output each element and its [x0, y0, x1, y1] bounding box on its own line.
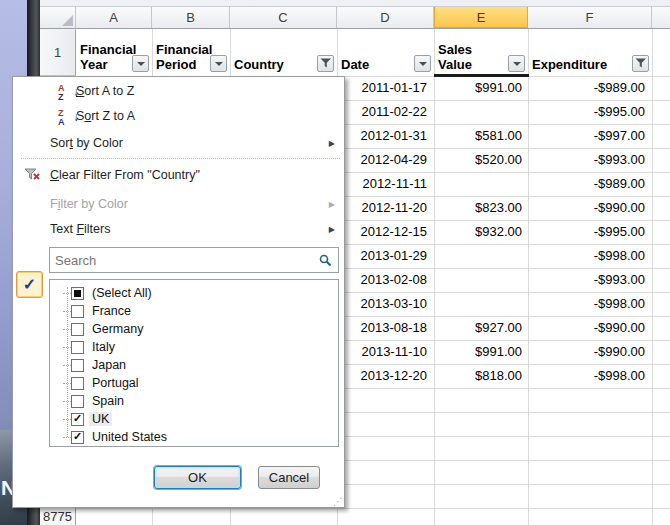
list-item-japan[interactable]: Japan	[54, 356, 336, 374]
header-cell-financial-period[interactable]: Financial Period	[152, 30, 230, 76]
menu-item-text-filters[interactable]: Text Filters ▶	[14, 217, 343, 241]
menu-resize-grip[interactable]: ⋰	[333, 497, 343, 507]
cell-date[interactable]: 2013-02-08	[337, 268, 434, 292]
select-all-checkbox-indeterminate[interactable]	[71, 287, 84, 300]
menu-item-label: Clear Filter From "Country"	[50, 168, 200, 182]
cell-date[interactable]: 2013-12-20	[337, 364, 434, 388]
search-magnifier-button[interactable]	[312, 254, 338, 267]
cell-sales[interactable]	[434, 292, 528, 316]
uk-checkbox-checked[interactable]: ✓	[71, 413, 84, 426]
header-cell-sales-value[interactable]: Sales Value	[434, 30, 528, 76]
cell-date[interactable]: 2013-08-18	[337, 316, 434, 340]
cell-date[interactable]: 2013-01-29	[337, 244, 434, 268]
menu-item-sort-by-color[interactable]: Sort by Color ▶	[14, 131, 343, 155]
cell-expenditure[interactable]: -$990.00	[528, 340, 652, 364]
list-item-select-all[interactable]: (Select All)	[54, 284, 336, 302]
menu-item-clear-filter[interactable]: Clear Filter From "Country"	[14, 163, 343, 187]
cell-date[interactable]: 2012-04-29	[337, 148, 434, 172]
menu-item-label: Sort by Color	[50, 136, 123, 150]
row-header-8775[interactable]: 8775	[40, 508, 76, 525]
cell-expenditure[interactable]: -$993.00	[528, 148, 652, 172]
cell-expenditure[interactable]: -$990.00	[528, 316, 652, 340]
search-input[interactable]	[50, 253, 312, 268]
france-checkbox-unchecked[interactable]	[71, 305, 84, 318]
clear-filter-icon	[19, 165, 45, 185]
cell-expenditure[interactable]: -$995.00	[528, 220, 652, 244]
germany-checkbox-unchecked[interactable]	[71, 323, 84, 336]
menu-item-filter-by-color[interactable]: Filter by Color ▶	[14, 192, 343, 216]
column-header-a[interactable]: A	[76, 7, 152, 28]
expenditure-filter-funnel-button[interactable]	[632, 55, 649, 72]
column-header-c[interactable]: C	[230, 7, 337, 28]
cell-expenditure[interactable]: -$990.00	[528, 196, 652, 220]
cell-sales[interactable]	[434, 244, 528, 268]
column-header-b[interactable]: B	[152, 7, 230, 28]
list-item-france[interactable]: France	[54, 302, 336, 320]
cell-sales[interactable]: $927.00	[434, 316, 528, 340]
cell-sales[interactable]: $932.00	[434, 220, 528, 244]
financial-period-filter-dropdown-button[interactable]	[210, 55, 227, 72]
column-header-e-selected[interactable]: E	[434, 7, 528, 28]
list-item-portugal[interactable]: Portugal	[54, 374, 336, 392]
financial-year-filter-dropdown-button[interactable]	[132, 55, 149, 72]
column-header-g-sliver[interactable]	[652, 7, 670, 28]
cell-expenditure[interactable]: -$998.00	[528, 364, 652, 388]
list-item-united-states[interactable]: ✓ United States	[54, 428, 336, 446]
confirm-check-button[interactable]: ✓	[16, 271, 43, 298]
menu-item-sort-z-to-a[interactable]: Z A ↓ Sort Z to A	[14, 104, 343, 128]
list-item-uk[interactable]: ✓ UK	[54, 410, 336, 428]
list-item-italy[interactable]: Italy	[54, 338, 336, 356]
cell-date[interactable]: 2012-11-20	[337, 196, 434, 220]
cell-date[interactable]: 2013-03-10	[337, 292, 434, 316]
cell-date[interactable]: 2011-01-17	[337, 76, 434, 100]
list-item-germany[interactable]: Germany	[54, 320, 336, 338]
cell-sales[interactable]	[434, 100, 528, 124]
menu-item-sort-a-to-z[interactable]: A Z ↓ Sort A to Z	[14, 79, 343, 103]
cell-expenditure[interactable]: -$998.00	[528, 244, 652, 268]
menu-item-label: Sort A to Z	[76, 84, 134, 98]
header-cell-financial-year[interactable]: Financial Year	[76, 30, 152, 76]
cell-sales[interactable]	[434, 172, 528, 196]
date-filter-dropdown-button[interactable]	[414, 55, 431, 72]
cell-expenditure[interactable]: -$993.00	[528, 268, 652, 292]
cell-expenditure[interactable]: -$989.00	[528, 172, 652, 196]
cell-date[interactable]: 2011-02-22	[337, 100, 434, 124]
cell-sales[interactable]: $520.00	[434, 148, 528, 172]
cell-sales[interactable]	[434, 268, 528, 292]
italy-checkbox-unchecked[interactable]	[71, 341, 84, 354]
country-filter-menu: A Z ↓ Sort A to Z Z A ↓ Sort Z to A Sort…	[12, 76, 345, 508]
funnel-icon	[635, 58, 647, 69]
cell-date[interactable]: 2012-11-11	[337, 172, 434, 196]
dropdown-arrow-icon	[513, 62, 521, 70]
spain-checkbox-unchecked[interactable]	[71, 395, 84, 408]
list-item-spain[interactable]: Spain	[54, 392, 336, 410]
country-filter-funnel-button[interactable]	[317, 55, 334, 72]
cell-sales[interactable]: $823.00	[434, 196, 528, 220]
cancel-button[interactable]: Cancel	[258, 466, 320, 489]
cell-expenditure[interactable]: -$997.00	[528, 124, 652, 148]
cell-date[interactable]: 2013-11-10	[337, 340, 434, 364]
formula-bar-bottom-strip	[40, 0, 670, 7]
cell-sales[interactable]: $991.00	[434, 76, 528, 100]
ok-button[interactable]: OK	[154, 466, 241, 489]
japan-checkbox-unchecked[interactable]	[71, 359, 84, 372]
portugal-checkbox-unchecked[interactable]	[71, 377, 84, 390]
column-header-d[interactable]: D	[337, 7, 434, 28]
cell-expenditure[interactable]: -$989.00	[528, 76, 652, 100]
sales-value-filter-dropdown-button[interactable]	[508, 55, 525, 72]
select-all-corner[interactable]	[40, 7, 76, 28]
down-arrow-icon: ↓	[73, 85, 79, 99]
united-states-checkbox-checked[interactable]: ✓	[71, 431, 84, 444]
row-header-1[interactable]: 1	[40, 30, 76, 76]
cell-date[interactable]: 2012-12-15	[337, 220, 434, 244]
cell-expenditure[interactable]: -$995.00	[528, 100, 652, 124]
cell-sales[interactable]: $818.00	[434, 364, 528, 388]
column-header-f[interactable]: F	[528, 7, 652, 28]
header-cell-expenditure[interactable]: Expenditure	[528, 30, 652, 76]
cell-expenditure[interactable]: -$998.00	[528, 292, 652, 316]
cell-sales[interactable]: $991.00	[434, 340, 528, 364]
header-cell-date[interactable]: Date	[337, 30, 434, 76]
header-cell-country[interactable]: Country	[230, 30, 337, 76]
cell-date[interactable]: 2012-01-31	[337, 124, 434, 148]
cell-sales[interactable]: $581.00	[434, 124, 528, 148]
